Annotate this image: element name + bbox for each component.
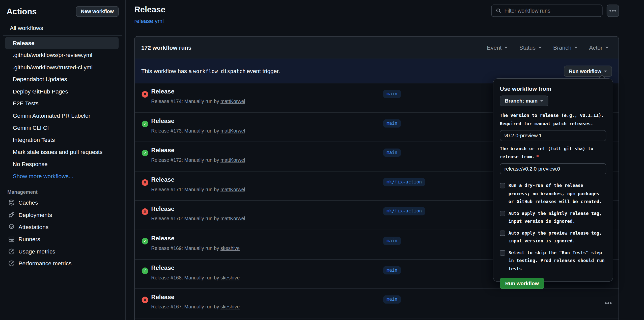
run-title-link[interactable]: Release	[151, 117, 174, 124]
new-workflow-button[interactable]: New workflow	[76, 6, 119, 17]
run-title-link[interactable]: Release	[151, 176, 174, 183]
workflow-item-label: .github/workflows/pr-review.yml	[13, 52, 92, 58]
branch-badge[interactable]: mk/fix-action	[383, 207, 425, 216]
required-asterisk: *	[536, 154, 539, 159]
next-row-stub	[135, 318, 619, 320]
checkbox[interactable]	[500, 250, 505, 255]
sidebar-workflow-item[interactable]: Show more workflows...	[5, 170, 119, 182]
banner-code: workflow_dispatch	[193, 68, 245, 74]
run-author-link[interactable]: mattKorwel	[220, 128, 245, 134]
sidebar-management-item[interactable]: Caches	[5, 197, 116, 209]
sidebar-management-item[interactable]: Attestations	[5, 221, 116, 233]
workflow-run-row[interactable]: Release Release #167: Manually run by sk…	[135, 289, 619, 318]
workflow-item-label: Dependabot Updates	[13, 76, 67, 83]
run-status-icon	[142, 297, 148, 303]
sidebar-workflow-item[interactable]: .github/workflows/trusted-ci.yml	[5, 61, 119, 73]
chevron-down-icon	[505, 47, 508, 49]
run-author-link[interactable]: mattKorwel	[220, 186, 245, 192]
run-status-icon	[142, 238, 148, 244]
workflow-item-label: Deploy GitHub Pages	[13, 88, 68, 95]
checkbox[interactable]	[500, 183, 505, 188]
branch-badge[interactable]: main	[383, 90, 401, 98]
ref-input[interactable]	[500, 163, 606, 174]
version-input-label: The version to release (e.g., v0.1.11). …	[500, 112, 606, 128]
run-workflow-submit-button[interactable]: Run workflow	[500, 278, 544, 289]
workflow-input-checkbox-row[interactable]: Run a dry-run of the release process; no…	[500, 182, 606, 206]
workflow-input-checkbox-row[interactable]: Auto apply the preview release tag, inpu…	[500, 229, 606, 245]
sidebar-workflow-item[interactable]: Deploy GitHub Pages	[5, 85, 119, 98]
sidebar-workflow-item[interactable]: Gemini Automated PR Labeler	[5, 110, 119, 122]
sidebar-workflow-item[interactable]: Integration Tests	[5, 134, 119, 146]
run-options-button[interactable]	[603, 299, 613, 308]
sidebar-workflow-item[interactable]: E2E Tests	[5, 98, 119, 110]
workflow-input-checkbox-row[interactable]: Select to skip the "Run Tests" step in t…	[500, 249, 606, 273]
branch-badge[interactable]: main	[383, 296, 401, 304]
sidebar-workflow-item[interactable]: .github/workflows/pr-review.yml	[5, 49, 119, 61]
sidebar-management-item[interactable]: Deployments	[5, 209, 116, 221]
filter-dropdown[interactable]: Status	[519, 44, 542, 51]
management-item-label: Caches	[18, 199, 38, 206]
filter-dropdown[interactable]: Branch	[553, 44, 578, 51]
checkbox[interactable]	[500, 230, 505, 236]
run-status-icon	[142, 209, 148, 215]
version-input[interactable]	[500, 130, 606, 141]
run-title-link[interactable]: Release	[151, 264, 174, 271]
run-title-link[interactable]: Release	[151, 205, 174, 212]
sidebar-workflow-item[interactable]: Gemini CLI CI	[5, 122, 119, 134]
run-count: 172 workflow runs	[141, 44, 191, 51]
run-author-link[interactable]: skeshive	[220, 304, 240, 310]
run-title-link[interactable]: Release	[151, 293, 174, 300]
workflow-item-label: Gemini CLI CI	[13, 124, 49, 131]
sidebar-management-item[interactable]: Runners	[5, 233, 116, 245]
branch-badge[interactable]: main	[383, 119, 401, 127]
filter-label: Actor	[589, 44, 602, 51]
run-description: Release #174: Manually run by mattKorwel	[151, 99, 245, 104]
sidebar-workflow-item[interactable]: Dependabot Updates	[5, 73, 119, 85]
checkbox-label: Run a dry-run of the release process; no…	[509, 182, 602, 206]
workflow-file-link[interactable]: release.yml	[134, 18, 164, 24]
run-description: Release #168: Manually run by skeshive	[151, 275, 240, 280]
run-title-link[interactable]: Release	[151, 88, 174, 95]
sidebar-workflow-item[interactable]: Mark stale issues and pull requests	[5, 146, 119, 158]
run-author-link[interactable]: mattKorwel	[220, 216, 245, 222]
management-item-label: Usage metrics	[18, 248, 55, 254]
panel-checkbox-list: Run a dry-run of the release process; no…	[500, 182, 606, 273]
run-author-link[interactable]: mattKorwel	[220, 157, 245, 163]
run-status-icon	[142, 179, 148, 186]
run-description: Release #172: Manually run by mattKorwel	[151, 157, 245, 163]
sidebar-divider	[3, 35, 122, 36]
run-description: Release #170: Manually run by mattKorwel	[151, 216, 245, 222]
run-title-link[interactable]: Release	[151, 147, 174, 154]
run-status-icon	[142, 150, 148, 156]
filter-runs-input[interactable]	[504, 8, 598, 14]
branch-badge[interactable]: main	[383, 237, 401, 245]
run-author-link[interactable]: mattKorwel	[220, 99, 245, 104]
sidebar-divider	[3, 184, 122, 184]
branch-badge[interactable]: mk/fix-action	[383, 178, 425, 186]
run-status-icon	[142, 91, 148, 98]
sidebar-management-item[interactable]: Performance metrics	[5, 258, 116, 270]
branch-badge[interactable]: main	[383, 266, 401, 274]
filter-dropdown[interactable]: Actor	[589, 44, 609, 51]
meter-icon	[8, 260, 15, 267]
run-author-link[interactable]: skeshive	[220, 275, 240, 280]
workflow-input-checkbox-row[interactable]: Auto apply the nightly release tag, inpu…	[500, 209, 606, 225]
checkbox-label: Auto apply the nightly release tag, inpu…	[509, 209, 602, 225]
filter-dropdown[interactable]: Event	[487, 44, 508, 51]
chevron-down-icon	[605, 47, 609, 49]
branch-badge[interactable]: main	[383, 149, 401, 157]
filter-runs-search[interactable]	[491, 5, 602, 17]
run-author-link[interactable]: skeshive	[220, 245, 240, 251]
run-title-link[interactable]: Release	[151, 235, 174, 242]
checkbox[interactable]	[500, 211, 505, 216]
filter-label: Status	[519, 44, 536, 51]
sidebar-header: Actions New workflow	[0, 0, 125, 21]
chevron-down-icon	[540, 100, 543, 102]
sidebar-management-item[interactable]: Usage metrics	[5, 245, 116, 257]
sidebar-item-all-workflows[interactable]: All workflows	[7, 22, 119, 34]
workflow-options-button[interactable]	[607, 5, 619, 17]
ref-input-label: The branch or ref (full git sha) to rele…	[500, 145, 606, 161]
sidebar-workflow-item[interactable]: No Response	[5, 158, 119, 170]
branch-select[interactable]: Branch: main	[500, 95, 548, 106]
sidebar-workflow-item[interactable]: Release	[5, 37, 119, 49]
